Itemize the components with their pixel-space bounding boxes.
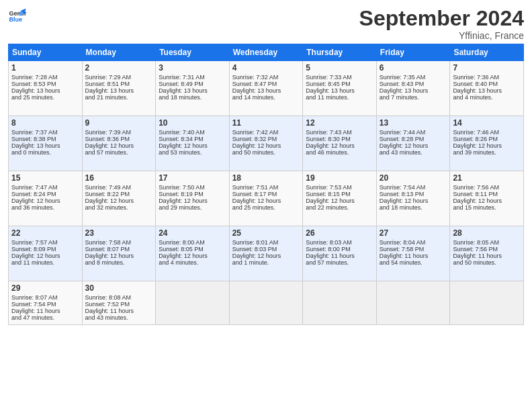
calendar-cell: 28Sunrise: 8:05 AMSunset: 7:56 PMDayligh… bbox=[450, 226, 524, 281]
day-info: Sunrise: 7:54 AM bbox=[380, 184, 447, 191]
day-number: 4 bbox=[232, 63, 300, 73]
calendar-cell bbox=[229, 281, 303, 325]
calendar-week-row: 1Sunrise: 7:28 AMSunset: 8:53 PMDaylight… bbox=[9, 61, 524, 116]
day-info: Daylight: 13 hours bbox=[11, 87, 79, 94]
day-number: 6 bbox=[380, 63, 447, 73]
calendar-cell: 5Sunrise: 7:33 AMSunset: 8:45 PMDaylight… bbox=[303, 61, 377, 116]
header-sunday: Sunday bbox=[9, 44, 83, 61]
calendar-cell: 15Sunrise: 7:47 AMSunset: 8:24 PMDayligh… bbox=[9, 171, 83, 226]
day-info: and 43 minutes. bbox=[380, 149, 447, 156]
day-info: Sunset: 8:19 PM bbox=[159, 191, 226, 197]
calendar-cell: 12Sunrise: 7:43 AMSunset: 8:30 PMDayligh… bbox=[303, 116, 377, 171]
header-friday: Friday bbox=[376, 44, 450, 61]
day-info: Sunset: 8:51 PM bbox=[85, 81, 153, 87]
day-info: Sunrise: 7:53 AM bbox=[306, 184, 373, 191]
calendar-cell: 7Sunrise: 7:36 AMSunset: 8:40 PMDaylight… bbox=[450, 61, 524, 116]
day-info: Sunrise: 7:31 AM bbox=[159, 74, 226, 81]
svg-text:Blue: Blue bbox=[9, 16, 22, 23]
day-info: and 46 minutes. bbox=[306, 149, 373, 156]
calendar-cell: 4Sunrise: 7:32 AMSunset: 8:47 PMDaylight… bbox=[229, 61, 303, 116]
day-info: and 57 minutes. bbox=[306, 259, 373, 266]
logo: General Blue bbox=[8, 7, 27, 26]
day-info: Sunset: 8:47 PM bbox=[232, 81, 300, 87]
day-info: Daylight: 11 hours bbox=[453, 253, 521, 259]
title-block: September 2024 Yffiniac, France bbox=[359, 7, 524, 41]
calendar-cell bbox=[450, 281, 524, 325]
day-info: Daylight: 11 hours bbox=[380, 253, 447, 259]
day-info: Sunset: 8:07 PM bbox=[85, 246, 153, 253]
day-info: and 14 minutes. bbox=[232, 94, 300, 101]
day-info: Sunset: 8:38 PM bbox=[11, 136, 79, 142]
day-number: 11 bbox=[232, 118, 300, 128]
day-info: Sunrise: 8:01 AM bbox=[232, 239, 300, 246]
day-info: Sunset: 8:43 PM bbox=[380, 81, 447, 87]
calendar-cell: 27Sunrise: 8:04 AMSunset: 7:58 PMDayligh… bbox=[376, 226, 450, 281]
day-info: Sunset: 8:40 PM bbox=[453, 81, 521, 87]
day-info: Daylight: 13 hours bbox=[11, 142, 79, 149]
day-number: 5 bbox=[306, 63, 373, 73]
day-info: Sunrise: 7:37 AM bbox=[11, 129, 79, 136]
day-number: 15 bbox=[11, 173, 79, 183]
day-info: Daylight: 12 hours bbox=[232, 197, 300, 204]
day-number: 23 bbox=[85, 228, 153, 238]
day-info: and 29 minutes. bbox=[159, 204, 226, 211]
day-info: and 18 minutes. bbox=[380, 204, 447, 211]
day-info: and 18 minutes. bbox=[159, 94, 226, 101]
day-info: Daylight: 12 hours bbox=[159, 253, 226, 259]
page-container: General Blue September 2024 Yffiniac, Fr… bbox=[0, 0, 532, 330]
day-info: and 57 minutes. bbox=[85, 149, 153, 156]
calendar-cell: 18Sunrise: 7:51 AMSunset: 8:17 PMDayligh… bbox=[229, 171, 303, 226]
day-info: Sunrise: 7:35 AM bbox=[380, 74, 447, 81]
header: General Blue September 2024 Yffiniac, Fr… bbox=[8, 7, 524, 41]
day-info: Daylight: 12 hours bbox=[306, 197, 373, 204]
day-info: Sunrise: 8:04 AM bbox=[380, 239, 447, 246]
day-info: Daylight: 11 hours bbox=[85, 308, 153, 314]
day-info: Sunset: 8:36 PM bbox=[85, 136, 153, 142]
day-info: Daylight: 12 hours bbox=[380, 197, 447, 204]
day-number: 27 bbox=[380, 228, 447, 238]
day-info: and 22 minutes. bbox=[306, 204, 373, 211]
day-info: Sunrise: 7:49 AM bbox=[85, 184, 153, 191]
calendar-cell: 1Sunrise: 7:28 AMSunset: 8:53 PMDaylight… bbox=[9, 61, 83, 116]
day-number: 1 bbox=[11, 63, 79, 73]
day-info: Daylight: 11 hours bbox=[11, 308, 79, 314]
day-number: 22 bbox=[11, 228, 79, 238]
day-info: Sunset: 8:26 PM bbox=[453, 136, 521, 142]
day-info: and 50 minutes. bbox=[232, 149, 300, 156]
day-info: Daylight: 13 hours bbox=[232, 87, 300, 94]
calendar-cell: 11Sunrise: 7:42 AMSunset: 8:32 PMDayligh… bbox=[229, 116, 303, 171]
day-info: Daylight: 13 hours bbox=[159, 87, 226, 94]
day-info: Daylight: 12 hours bbox=[453, 197, 521, 204]
day-info: Sunset: 7:58 PM bbox=[380, 246, 447, 253]
day-info: and 21 minutes. bbox=[85, 94, 153, 101]
day-info: Sunset: 8:03 PM bbox=[232, 246, 300, 253]
day-info: Sunset: 8:00 PM bbox=[306, 246, 373, 253]
day-info: Sunset: 8:24 PM bbox=[11, 191, 79, 197]
day-info: Sunrise: 8:08 AM bbox=[85, 294, 153, 301]
day-info: Daylight: 13 hours bbox=[380, 87, 447, 94]
day-info: Daylight: 13 hours bbox=[306, 87, 373, 94]
calendar-cell: 2Sunrise: 7:29 AMSunset: 8:51 PMDaylight… bbox=[82, 61, 156, 116]
day-info: Sunset: 7:52 PM bbox=[85, 301, 153, 308]
day-info: Sunrise: 7:46 AM bbox=[453, 129, 521, 136]
day-info: Daylight: 11 hours bbox=[306, 253, 373, 259]
calendar-cell: 17Sunrise: 7:50 AMSunset: 8:19 PMDayligh… bbox=[156, 171, 230, 226]
day-info: Sunrise: 7:51 AM bbox=[232, 184, 300, 191]
day-info: Daylight: 12 hours bbox=[306, 142, 373, 149]
day-info: Daylight: 12 hours bbox=[85, 253, 153, 259]
day-info: and 11 minutes. bbox=[306, 94, 373, 101]
day-info: Sunrise: 8:05 AM bbox=[453, 239, 521, 246]
day-info: and 43 minutes. bbox=[85, 314, 153, 321]
calendar-cell: 23Sunrise: 7:58 AMSunset: 8:07 PMDayligh… bbox=[82, 226, 156, 281]
day-info: Sunset: 7:54 PM bbox=[11, 301, 79, 308]
day-info: and 15 minutes. bbox=[453, 204, 521, 211]
day-number: 25 bbox=[232, 228, 300, 238]
day-number: 7 bbox=[453, 63, 521, 73]
day-number: 10 bbox=[159, 118, 226, 128]
day-number: 19 bbox=[306, 173, 373, 183]
header-saturday: Saturday bbox=[450, 44, 524, 61]
day-info: Daylight: 13 hours bbox=[85, 87, 153, 94]
calendar-week-row: 22Sunrise: 7:57 AMSunset: 8:09 PMDayligh… bbox=[9, 226, 524, 281]
day-info: Sunset: 8:53 PM bbox=[11, 81, 79, 87]
calendar-cell: 26Sunrise: 8:03 AMSunset: 8:00 PMDayligh… bbox=[303, 226, 377, 281]
